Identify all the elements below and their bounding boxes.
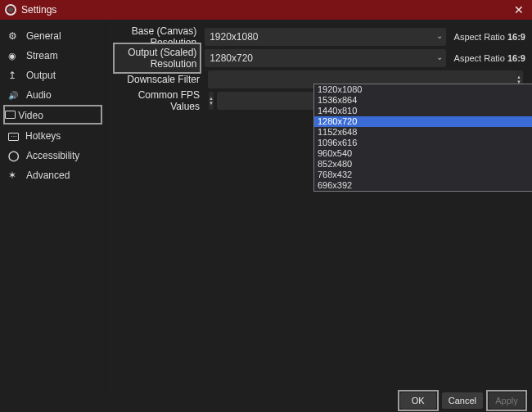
hotkeys-icon — [8, 133, 19, 141]
resolution-option[interactable]: 1440x810 — [314, 106, 532, 116]
resolution-option[interactable]: 696x392 — [314, 180, 532, 191]
fps-mode-spinner[interactable]: ▲▼ — [209, 92, 214, 110]
chevron-down-icon: ⌄ — [436, 31, 443, 40]
audio-icon — [8, 89, 20, 101]
sidebar-item-audio[interactable]: Audio — [0, 85, 106, 105]
chevron-down-icon: ⌄ — [436, 52, 443, 61]
resolution-option[interactable]: 1152x648 — [314, 127, 532, 138]
sidebar-item-label: Advanced — [26, 170, 70, 181]
output-resolution-dropdown[interactable]: 1920x10801536x8641440x8101280x7201152x64… — [313, 84, 532, 192]
gear-icon — [8, 30, 20, 42]
sidebar-item-general[interactable]: General — [0, 26, 106, 46]
output-icon — [8, 70, 20, 81]
downscale-filter-label: Downscale Filter — [113, 74, 205, 85]
sidebar-item-video[interactable]: Video — [3, 105, 102, 125]
sidebar-item-output[interactable]: Output — [0, 66, 106, 85]
resolution-option[interactable]: 1280x720 — [314, 116, 532, 127]
sidebar-item-stream[interactable]: Stream — [0, 46, 106, 66]
stream-icon — [8, 50, 20, 61]
resolution-option[interactable]: 768x432 — [314, 170, 532, 180]
base-resolution-combo[interactable]: 1920x1080 ⌄ — [205, 28, 445, 46]
apply-button[interactable]: Apply — [489, 392, 525, 409]
sidebar-item-label: Accessibility — [26, 150, 79, 161]
video-settings-panel: Base (Canvas) Resolution 1920x1080 ⌄ Asp… — [106, 20, 532, 392]
close-icon[interactable]: ✕ — [511, 3, 527, 16]
accessibility-icon — [8, 150, 20, 161]
titlebar: Settings ✕ — [0, 0, 532, 20]
video-icon — [5, 111, 16, 119]
sidebar-item-label: Audio — [26, 89, 52, 101]
sidebar-item-label: Output — [26, 70, 56, 81]
sidebar-item-hotkeys[interactable]: Hotkeys — [0, 126, 106, 146]
advanced-icon — [8, 170, 20, 181]
resolution-option[interactable]: 852x480 — [314, 159, 532, 170]
apply-button-highlight: Apply — [486, 390, 527, 411]
sidebar-item-accessibility[interactable]: Accessibility — [0, 146, 106, 165]
base-aspect-ratio: Aspect Ratio 16:9 — [454, 32, 525, 42]
output-aspect-ratio: Aspect Ratio 16:9 — [454, 53, 525, 63]
resolution-option[interactable]: 1920x1080 — [314, 84, 532, 95]
ok-button[interactable]: OK — [400, 392, 436, 409]
sidebar-item-label: Hotkeys — [25, 130, 61, 142]
dialog-footer: OK Cancel Apply — [0, 392, 532, 412]
base-resolution-value: 1920x1080 — [210, 31, 258, 43]
app-icon — [5, 4, 16, 16]
sidebar: General Stream Output Audio Video Hotkey… — [0, 20, 106, 392]
ok-button-highlight: OK — [398, 390, 439, 411]
resolution-option[interactable]: 960x540 — [314, 148, 532, 159]
output-resolution-value: 1280x720 — [210, 52, 253, 64]
sidebar-item-advanced[interactable]: Advanced — [0, 165, 106, 185]
cancel-button[interactable]: Cancel — [442, 392, 483, 409]
sidebar-item-label: General — [26, 30, 61, 42]
window-title: Settings — [21, 4, 56, 16]
output-resolution-label: Output (Scaled) Resolution — [113, 43, 201, 74]
output-resolution-combo[interactable]: 1280x720 ⌄ — [205, 49, 445, 67]
sidebar-item-label: Stream — [26, 50, 58, 61]
resolution-option[interactable]: 1536x864 — [314, 95, 532, 106]
resolution-option[interactable]: 1096x616 — [314, 138, 532, 148]
fps-label: Common FPS Values — [113, 89, 205, 112]
sidebar-item-label: Video — [18, 110, 43, 121]
